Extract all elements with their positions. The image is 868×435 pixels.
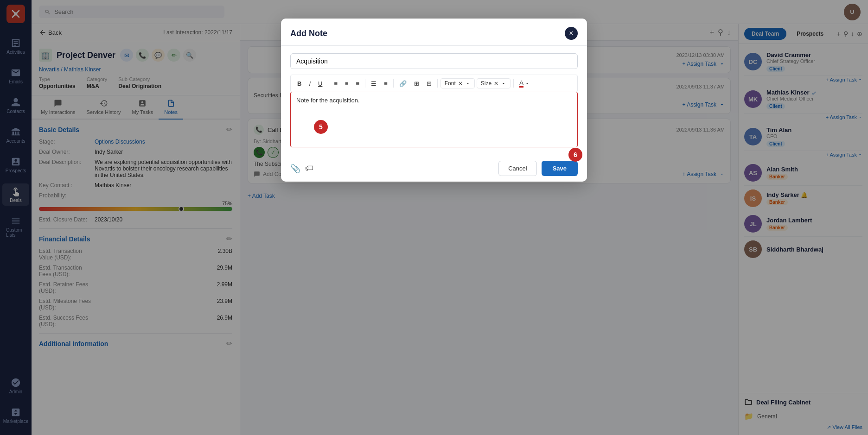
size-chevron-icon [501,81,506,86]
font-select[interactable]: Font [440,78,475,88]
font-chevron-icon [465,81,471,86]
modal-footer-right: Cancel Save 6 [498,161,578,176]
separator-2 [365,79,365,88]
add-note-modal: Add Note × B I U ≡ ≡ ≡ ☰ ≡ 🔗 ⊞ ⊟ [281,19,587,182]
indent-button[interactable]: ⊟ [424,79,434,88]
separator-4 [437,79,438,88]
link-button[interactable]: 🔗 [396,79,409,88]
align-left-button[interactable]: ≡ [331,79,340,88]
modal-body: B I U ≡ ≡ ≡ ☰ ≡ 🔗 ⊞ ⊟ Font [281,46,587,155]
color-button[interactable]: A [517,78,533,89]
bold-button[interactable]: B [294,79,304,88]
underline-button[interactable]: U [315,79,325,88]
modal-footer: 📎 🏷 Cancel Save 6 [281,155,587,182]
step-badge-6: 6 [568,148,582,162]
italic-button[interactable]: I [306,79,313,88]
align-right-button[interactable]: ≡ [353,79,363,88]
modal-footer-left: 📎 🏷 [290,164,313,174]
bullet-list-button[interactable]: ☰ [368,79,379,88]
size-select[interactable]: Size [477,78,511,88]
size-close-icon [493,81,499,86]
step-badge-5: 5 [314,120,328,134]
numbered-list-button[interactable]: ≡ [381,79,390,88]
font-close-icon [458,81,463,86]
modal-title: Add Note [290,29,327,38]
attachment-button[interactable]: 📎 [290,164,300,174]
separator-5 [513,79,514,88]
cancel-button[interactable]: Cancel [498,161,536,176]
align-center-button[interactable]: ≡ [342,79,351,88]
note-content-area[interactable]: Note for the acquisition. 5 [290,92,578,147]
separator-1 [328,79,328,88]
note-title-input[interactable] [290,53,578,69]
modal-close-button[interactable]: × [565,27,578,40]
modal-header: Add Note × [281,19,587,46]
separator-3 [393,79,394,88]
save-button[interactable]: Save [542,161,578,176]
table-button[interactable]: ⊞ [411,79,422,88]
color-chevron-icon [524,81,530,86]
tag-button[interactable]: 🏷 [305,164,313,174]
modal-overlay: Add Note × B I U ≡ ≡ ≡ ☰ ≡ 🔗 ⊞ ⊟ [0,0,868,435]
note-toolbar: B I U ≡ ≡ ≡ ☰ ≡ 🔗 ⊞ ⊟ Font [290,75,578,92]
